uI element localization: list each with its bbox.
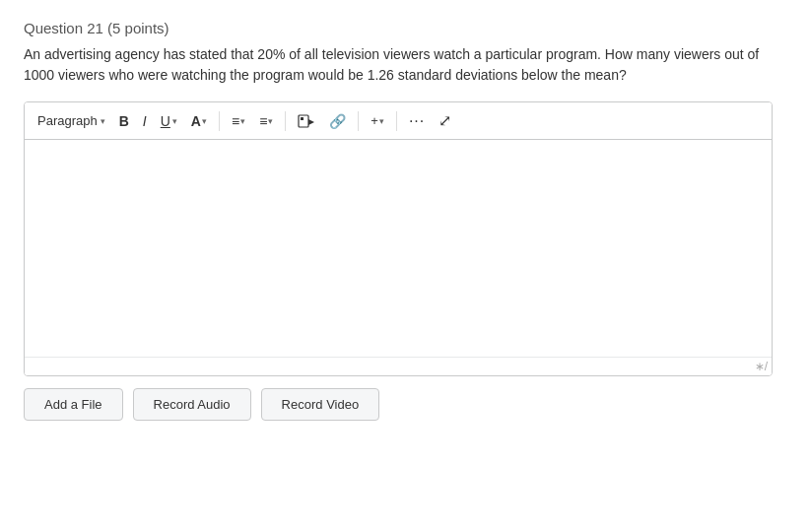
font-color-chevron-icon: ▾	[202, 116, 207, 126]
list-icon: ≡	[259, 113, 267, 129]
paragraph-chevron-icon: ▾	[101, 116, 105, 126]
link-button[interactable]: 🔗	[324, 110, 351, 132]
italic-button[interactable]: I	[138, 110, 152, 132]
list-chevron-icon: ▾	[268, 116, 273, 126]
media-button[interactable]	[293, 111, 320, 131]
align-button[interactable]: ≡ ▾	[227, 110, 250, 132]
record-video-button[interactable]: Record Video	[261, 388, 380, 421]
underline-button[interactable]: U ▾	[156, 110, 182, 132]
media-icon	[298, 114, 315, 128]
record-audio-button[interactable]: Record Audio	[133, 388, 251, 421]
align-icon: ≡	[232, 113, 239, 129]
more-button[interactable]: ···	[404, 109, 430, 133]
question-body: An advertising agency has stated that 20…	[24, 44, 773, 86]
paragraph-selector[interactable]: Paragraph ▾	[33, 110, 110, 131]
editor-resize-handle: ∗/	[25, 357, 772, 375]
insert-label: +	[371, 113, 378, 128]
question-number: Question 21	[24, 20, 103, 36]
question-points: (5 points)	[107, 20, 169, 36]
link-icon: 🔗	[329, 113, 346, 129]
editor-toolbar: Paragraph ▾ B I U ▾ A ▾ ≡ ▾ ≡ ▾	[25, 102, 772, 140]
bold-button[interactable]: B	[114, 110, 134, 132]
divider-4	[396, 111, 397, 131]
paragraph-label: Paragraph	[37, 113, 98, 128]
divider-3	[358, 111, 359, 131]
action-buttons: Add a File Record Audio Record Video	[24, 388, 773, 421]
svg-rect-1	[301, 117, 303, 120]
list-button[interactable]: ≡ ▾	[254, 110, 278, 132]
media-svg-icon	[298, 114, 315, 128]
svg-rect-0	[299, 115, 308, 127]
editor-container: Paragraph ▾ B I U ▾ A ▾ ≡ ▾ ≡ ▾	[24, 101, 773, 376]
editor-body[interactable]	[25, 140, 772, 357]
font-color-label: A	[191, 113, 201, 129]
add-file-button[interactable]: Add a File	[24, 388, 123, 421]
underline-label: U	[161, 113, 170, 129]
svg-marker-2	[308, 119, 314, 125]
insert-chevron-icon: ▾	[379, 116, 384, 126]
font-color-button[interactable]: A ▾	[186, 110, 212, 132]
underline-chevron-icon: ▾	[172, 116, 177, 126]
question-title: Question 21 (5 points)	[24, 20, 785, 36]
insert-button[interactable]: + ▾	[366, 110, 389, 131]
resize-icon: ∗/	[755, 360, 768, 373]
divider-1	[219, 111, 220, 131]
fullscreen-button[interactable]: ⤢	[434, 108, 456, 133]
divider-2	[285, 111, 286, 131]
align-chevron-icon: ▾	[240, 116, 245, 126]
